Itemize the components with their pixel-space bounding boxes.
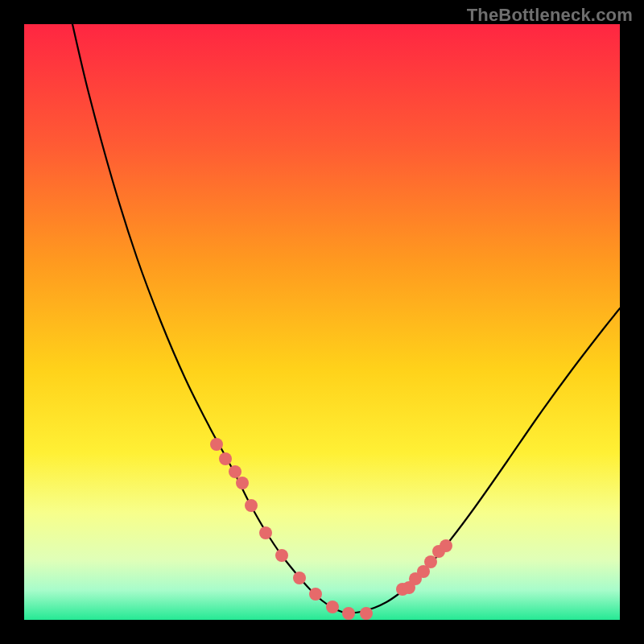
- watermark-text: TheBottleneck.com: [467, 5, 633, 26]
- data-point: [309, 588, 322, 601]
- gradient-background: [24, 24, 620, 620]
- data-point: [219, 452, 232, 465]
- chart-frame: TheBottleneck.com: [0, 0, 644, 644]
- data-point: [236, 477, 249, 489]
- chart-svg: [24, 24, 620, 620]
- data-point: [326, 601, 339, 613]
- data-point: [245, 499, 258, 512]
- data-point: [210, 438, 223, 451]
- data-point: [360, 607, 373, 620]
- data-point: [275, 549, 288, 562]
- data-point: [293, 572, 306, 584]
- data-point: [440, 539, 452, 552]
- plot-area: [24, 24, 620, 620]
- data-point: [342, 607, 355, 620]
- data-point: [229, 465, 242, 478]
- data-point: [259, 526, 272, 539]
- data-point: [424, 555, 437, 568]
